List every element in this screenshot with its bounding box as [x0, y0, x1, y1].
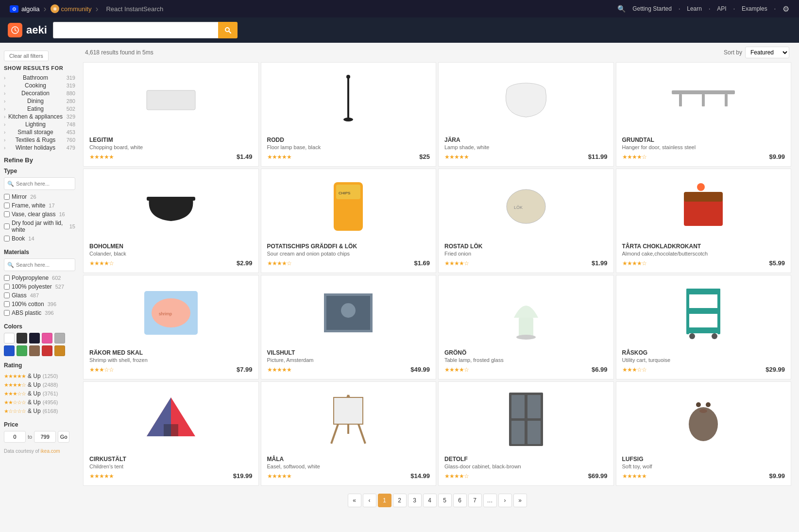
material-item[interactable]: Glass487	[4, 291, 75, 300]
main-content: 4,618 results found in 5ms Sort by Featu…	[79, 47, 795, 528]
community-brand[interactable]: ❋ community	[51, 4, 92, 13]
material-item[interactable]: Polypropylene602	[4, 274, 75, 282]
color-swatch[interactable]	[17, 333, 27, 343]
pagination-prev[interactable]: ‹	[363, 494, 376, 507]
color-swatch[interactable]	[42, 333, 52, 343]
material-checkbox[interactable]	[4, 310, 10, 316]
product-card[interactable]: DETOLF Glass-door cabinet, black-brown ★…	[438, 381, 614, 486]
material-item[interactable]: ABS plastic396	[4, 309, 75, 317]
color-swatch[interactable]	[29, 333, 40, 343]
algolia-brand[interactable]: ⊙ algolia	[10, 5, 40, 13]
material-checkbox[interactable]	[4, 301, 10, 307]
product-footer: ★★★★☆ $9.99	[622, 153, 785, 160]
pagination-page[interactable]: …	[483, 494, 497, 507]
category-item[interactable]: ›Textiles & Rugs760	[4, 136, 75, 144]
type-item[interactable]: Frame, white17	[4, 201, 75, 210]
product-card[interactable]: CIRKUSTÄLT Children's tent ★★★★★ $19.99	[83, 381, 259, 486]
material-item[interactable]: 100% polyester527	[4, 282, 75, 291]
pagination-page[interactable]: 1	[378, 494, 391, 507]
category-item[interactable]: ›Cooking319	[4, 82, 75, 89]
github-icon[interactable]: ⚙	[782, 4, 789, 14]
type-checkbox[interactable]	[4, 194, 10, 200]
product-card[interactable]: TÅRTA CHOKLADKROKANT Almond cake,chocola…	[616, 169, 792, 273]
type-checkbox[interactable]	[4, 211, 10, 217]
color-swatch[interactable]	[54, 333, 65, 343]
svg-rect-38	[164, 424, 178, 436]
category-item[interactable]: ›Dining280	[4, 97, 75, 105]
getting-started-link[interactable]: Getting Started	[632, 5, 672, 12]
product-card[interactable]: JÄRA Lamp shade, white ★★★★★ $11.99	[438, 62, 614, 167]
category-item[interactable]: ›Bathroom319	[4, 74, 75, 82]
clear-filters-button[interactable]: Clear all filters	[4, 51, 49, 61]
category-item[interactable]: ›Decoration880	[4, 89, 75, 97]
product-card[interactable]: LÖK ROSTAD LÖK Fried onion ★★★★☆ $1.99	[438, 169, 614, 273]
pagination-page[interactable]: 6	[453, 494, 467, 507]
material-item[interactable]: 100% cotton396	[4, 300, 75, 309]
type-item[interactable]: Book14	[4, 234, 75, 243]
color-swatch[interactable]	[17, 345, 27, 356]
color-swatch[interactable]	[54, 345, 65, 356]
product-card[interactable]: LEGITIM Chopping board, white ★★★★★ $1.4…	[83, 62, 259, 167]
product-card[interactable]: shrimp RÄKOR MED SKAL Shrimp with shell,…	[83, 275, 259, 379]
sort-select[interactable]: Featured Price asc Price desc	[745, 47, 789, 58]
rating-item[interactable]: ★★★☆☆& Up(3761)	[4, 389, 75, 398]
search-bar	[53, 22, 247, 38]
product-card[interactable]: LUFSIG Soft toy, wolf ★★★★★ $9.99	[616, 381, 792, 486]
category-item[interactable]: ›Lighting748	[4, 120, 75, 128]
rating-item[interactable]: ★★☆☆☆& Up(4956)	[4, 398, 75, 407]
category-item[interactable]: ›Small storage453	[4, 128, 75, 136]
category-item[interactable]: ›Eating502	[4, 105, 75, 113]
pagination-page[interactable]: 7	[468, 494, 482, 507]
type-checkbox[interactable]	[4, 203, 10, 208]
learn-link[interactable]: Learn	[687, 5, 702, 12]
rating-item[interactable]: ★☆☆☆☆& Up(6168)	[4, 407, 75, 415]
type-checkbox[interactable]	[4, 223, 10, 229]
pagination-last[interactable]: »	[513, 494, 527, 507]
pagination-next[interactable]: ›	[498, 494, 512, 507]
color-swatch[interactable]	[4, 345, 15, 356]
product-desc: Children's tent	[89, 463, 253, 469]
product-image-wrap	[89, 388, 253, 451]
ikea-link[interactable]: ikea.com	[41, 448, 60, 454]
product-card[interactable]: BOHOLMEN Colander, black ★★★★☆ $2.99	[83, 169, 259, 273]
examples-link[interactable]: Examples	[742, 5, 767, 12]
product-card[interactable]: GRÖNÖ Table lamp, frosted glass ★★★★☆ $6…	[438, 275, 614, 379]
price-min-input[interactable]	[4, 431, 26, 443]
pagination-page[interactable]: 5	[438, 494, 452, 507]
material-checkbox[interactable]	[4, 284, 10, 290]
search-input[interactable]	[53, 22, 218, 38]
api-link[interactable]: API	[717, 5, 726, 12]
color-swatch[interactable]	[42, 345, 52, 356]
material-checkbox[interactable]	[4, 275, 10, 281]
product-card[interactable]: RÅSKOG Utility cart, turquoise ★★★☆☆ $29…	[616, 275, 792, 379]
materials-search-input[interactable]	[4, 258, 75, 271]
pagination-page[interactable]: 4	[423, 494, 437, 507]
price-go-button[interactable]: Go	[58, 431, 69, 443]
type-item[interactable]: Mirror26	[4, 192, 75, 201]
type-checkbox[interactable]	[4, 236, 10, 241]
pagination-page[interactable]: 3	[408, 494, 422, 507]
type-item[interactable]: Dry food jar with lid, white15	[4, 219, 75, 234]
category-item[interactable]: ›Winter holidays479	[4, 144, 75, 152]
category-item[interactable]: ›Kitchen & appliances329	[4, 113, 75, 120]
search-button[interactable]	[218, 22, 238, 38]
color-swatch[interactable]	[4, 333, 15, 343]
pagination-page[interactable]: 2	[393, 494, 407, 507]
svg-rect-8	[672, 90, 735, 94]
price-max-input[interactable]	[34, 431, 56, 443]
type-search-input[interactable]	[4, 177, 75, 190]
product-card[interactable]: RODD Floor lamp base, black ★★★★★ $25	[261, 62, 437, 167]
materials-list: Polypropylene602100% polyester527Glass48…	[4, 274, 75, 317]
product-card[interactable]: MÅLA Easel, softwood, white ★★★★★ $14.99	[261, 381, 437, 486]
material-checkbox[interactable]	[4, 292, 10, 298]
product-card[interactable]: VILSHULT Picture, Amsterdam ★★★★★ $49.99	[261, 275, 437, 379]
product-desc: Picture, Amsterdam	[267, 357, 430, 363]
product-card[interactable]: CHIPS POTATISCHIPS GRÄDDFI & LÖK Sour cr…	[261, 169, 437, 273]
rating-item[interactable]: ★★★★☆& Up(2488)	[4, 380, 75, 389]
color-swatch[interactable]	[29, 345, 40, 356]
rating-item[interactable]: ★★★★★& Up(1250)	[4, 372, 75, 380]
pagination-first[interactable]: «	[348, 494, 361, 507]
type-item[interactable]: Vase, clear glass16	[4, 210, 75, 219]
search-icon[interactable]: 🔍	[617, 5, 626, 13]
product-card[interactable]: GRUNDTAL Hanger for door, stainless stee…	[616, 62, 792, 167]
